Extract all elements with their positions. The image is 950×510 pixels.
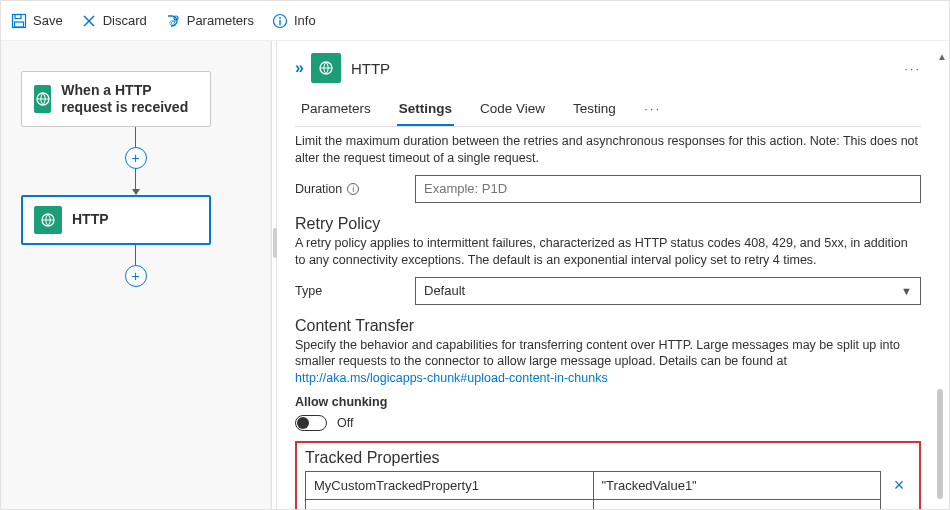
panel-tabs: Parameters Settings Code View Testing ··… — [295, 93, 921, 127]
tab-codeview[interactable]: Code View — [478, 93, 547, 126]
retry-type-value: Default — [424, 283, 465, 298]
discard-label: Discard — [103, 13, 147, 28]
tab-more[interactable]: ··· — [642, 93, 663, 126]
toolbar: Save Discard @ Parameters Info — [1, 1, 949, 41]
settings-content: Limit the maximum duration between the r… — [295, 133, 921, 509]
tracked-value-placeholder[interactable]: Value — [594, 500, 882, 509]
tracked-key-input[interactable]: MyCustomTrackedProperty1 — [305, 471, 594, 500]
retry-type-label: Type — [295, 284, 322, 298]
close-icon — [81, 13, 97, 29]
chunk-state: Off — [337, 416, 353, 430]
scroll-up-icon[interactable]: ▲ — [937, 51, 943, 62]
tracked-key-placeholder[interactable]: Key — [305, 500, 594, 509]
tab-parameters[interactable]: Parameters — [299, 93, 373, 126]
duration-info-icon[interactable]: i — [347, 183, 359, 195]
parameters-button[interactable]: @ Parameters — [165, 13, 254, 29]
parameters-icon: @ — [165, 13, 181, 29]
retry-title: Retry Policy — [295, 215, 921, 233]
tracked-row: MyCustomTrackedProperty1 "TrackedValue1"… — [305, 471, 911, 500]
chevron-down-icon: ▼ — [901, 285, 912, 297]
info-icon — [272, 13, 288, 29]
svg-point-8 — [279, 17, 281, 19]
save-button[interactable]: Save — [11, 13, 63, 29]
trigger-node[interactable]: When a HTTP request is received — [21, 71, 211, 127]
discard-button[interactable]: Discard — [81, 13, 147, 29]
duration-label: Duration — [295, 182, 342, 196]
collapse-panel-button[interactable]: » — [295, 59, 301, 77]
chunk-link[interactable]: http://aka.ms/logicapps-chunk#upload-con… — [295, 371, 608, 385]
action-panel: » HTTP ··· Parameters Settings Code View… — [277, 41, 949, 509]
add-step-button-2[interactable]: + — [125, 265, 147, 287]
info-button[interactable]: Info — [272, 13, 316, 29]
scroll-thumb[interactable] — [937, 389, 943, 499]
svg-rect-1 — [15, 14, 21, 18]
chunk-label: Allow chunking — [295, 395, 921, 409]
http-trigger-icon — [34, 85, 51, 113]
panel-more-button[interactable]: ··· — [904, 61, 921, 76]
connector-after: + — [21, 245, 250, 287]
http-action-icon — [34, 206, 62, 234]
tracked-row-placeholder: Key Value × — [305, 500, 911, 509]
trigger-label: When a HTTP request is received — [61, 82, 198, 116]
http-action-label: HTTP — [72, 211, 109, 228]
parameters-label: Parameters — [187, 13, 254, 28]
add-step-button[interactable]: + — [125, 147, 147, 169]
tracked-remove-button[interactable]: × — [887, 471, 911, 500]
panel-http-icon — [311, 53, 341, 83]
tracked-properties-section: Tracked Properties MyCustomTrackedProper… — [295, 441, 921, 509]
save-label: Save — [33, 13, 63, 28]
duration-input[interactable] — [415, 175, 921, 203]
action-timeout-desc: Limit the maximum duration between the r… — [295, 133, 921, 167]
info-label: Info — [294, 13, 316, 28]
retry-type-select[interactable]: Default ▼ — [415, 277, 921, 305]
http-action-node[interactable]: HTTP — [21, 195, 211, 245]
connector: + — [21, 127, 250, 195]
panel-title: HTTP — [351, 60, 390, 77]
tab-settings[interactable]: Settings — [397, 93, 454, 126]
svg-rect-9 — [279, 20, 280, 25]
tracked-title: Tracked Properties — [305, 449, 911, 467]
tracked-value-input[interactable]: "TrackedValue1" — [594, 471, 882, 500]
allow-chunking-toggle[interactable] — [295, 415, 327, 431]
designer-canvas[interactable]: When a HTTP request is received + HTTP + — [1, 41, 271, 509]
tab-testing[interactable]: Testing — [571, 93, 618, 126]
save-icon — [11, 13, 27, 29]
scrollbar[interactable]: ▲ — [937, 51, 943, 499]
svg-text:@: @ — [169, 18, 177, 27]
svg-rect-2 — [15, 22, 24, 27]
transfer-desc: Specify the behavior and capabilities fo… — [295, 337, 921, 388]
transfer-title: Content Transfer — [295, 317, 921, 335]
retry-desc: A retry policy applies to intermittent f… — [295, 235, 921, 269]
